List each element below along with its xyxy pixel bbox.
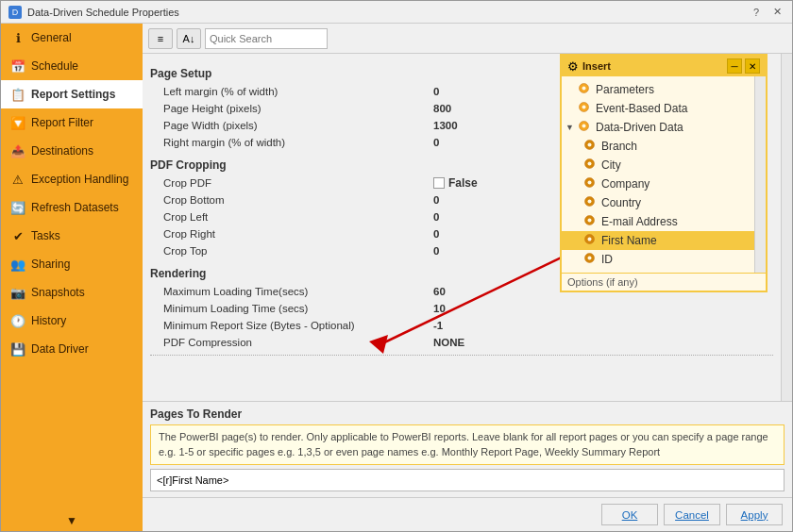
tree-item-icon	[583, 176, 596, 191]
sidebar-scroll-down[interactable]: ▼	[1, 510, 143, 531]
sidebar-icon-data-driver: 💾	[10, 341, 25, 357]
pages-input[interactable]	[150, 469, 785, 491]
prop-value: 0	[433, 245, 439, 257]
tree-item-icon	[583, 214, 596, 229]
pages-description: The PowerBI page(s) to render. Only appl…	[150, 424, 785, 465]
sidebar-item-sharing[interactable]: 👥Sharing	[1, 250, 143, 278]
insert-minimize-button[interactable]: ─	[727, 58, 742, 74]
properties-scroll[interactable]: Page SetupLeft margin (% of width)0Page …	[143, 54, 781, 401]
tree-item-label: Country	[601, 196, 641, 209]
sidebar-icon-refresh-datasets: 🔄	[10, 200, 25, 215]
dialog-title: Data-Driven Schedule Properties	[27, 7, 179, 18]
sidebar-item-report-filter[interactable]: 🔽Report Filter	[1, 108, 143, 137]
title-bar: D Data-Driven Schedule Properties ? ✕	[1, 1, 792, 24]
sidebar-item-general[interactable]: ℹGeneral	[1, 24, 143, 52]
tree-item-company[interactable]: Company	[562, 175, 766, 193]
tree-item-label: Data-Driven Data	[596, 121, 683, 134]
prop-value: 0	[433, 86, 439, 97]
close-button[interactable]: ✕	[769, 5, 785, 20]
sidebar-label-destinations: Destinations	[31, 144, 93, 158]
sidebar-item-data-driver[interactable]: 💾Data Driver	[1, 335, 143, 363]
prop-label: Crop Left	[150, 211, 433, 223]
svg-point-9	[588, 162, 592, 166]
tree-item-id[interactable]: ID	[562, 250, 766, 269]
tree-item-icon	[578, 101, 590, 116]
checkbox-icon[interactable]	[433, 177, 445, 189]
help-button[interactable]: ?	[749, 5, 764, 20]
svg-point-7	[588, 143, 592, 147]
svg-point-19	[588, 257, 592, 260]
svg-point-15	[588, 219, 592, 223]
tree-item-country[interactable]: Country	[562, 193, 766, 212]
tree-item-icon	[583, 252, 596, 267]
svg-point-1	[582, 87, 586, 91]
prop-value: False	[433, 176, 478, 190]
search-input[interactable]	[205, 28, 328, 49]
prop-row: Minimum Report Size (Bytes - Optional)-1	[150, 317, 773, 334]
title-bar-left: D Data-Driven Schedule Properties	[8, 6, 179, 19]
apply-button[interactable]: Apply	[726, 504, 783, 525]
prop-label: Right margin (% of width)	[150, 137, 433, 148]
sidebar-label-report-settings: Report Settings	[31, 88, 115, 101]
ok-button[interactable]: OK	[601, 504, 658, 525]
sidebar-label-schedule: Schedule	[31, 59, 78, 73]
tree-item-event-based-data[interactable]: Event-Based Data	[562, 99, 766, 118]
tree-item-branch[interactable]: Branch	[562, 137, 766, 156]
sidebar: ℹGeneral📅Schedule📋Report Settings🔽Report…	[1, 24, 143, 531]
prop-value: NONE	[433, 337, 464, 348]
title-controls: ? ✕	[749, 5, 785, 20]
tree-item-e-mail-address[interactable]: E-mail Address	[562, 212, 766, 231]
prop-value: 60	[433, 286, 446, 297]
toolbar-sort-button[interactable]: A↓	[177, 28, 201, 49]
tree-item-icon	[578, 82, 590, 97]
main-scrollbar[interactable]	[781, 54, 792, 401]
sidebar-item-report-settings[interactable]: 📋Report Settings	[1, 80, 143, 108]
tree-item-label: Branch	[601, 140, 637, 153]
sidebar-label-sharing: Sharing	[31, 258, 70, 271]
tree-item-city[interactable]: City	[562, 156, 766, 175]
prop-value: 0	[433, 194, 439, 206]
sidebar-item-snapshots[interactable]: 📷Snapshots	[1, 278, 143, 307]
toolbar-list-button[interactable]: ≡	[148, 28, 173, 49]
checkbox-label: False	[448, 176, 478, 190]
insert-scrollbar[interactable]	[754, 76, 766, 273]
sidebar-item-refresh-datasets[interactable]: 🔄Refresh Datasets	[1, 193, 143, 222]
prop-label: Page Width (pixels)	[150, 120, 433, 131]
tree-arrow-icon: ▼	[565, 123, 575, 132]
sidebar-icon-destinations: 📤	[10, 143, 25, 158]
prop-label: Minimum Loading Time (secs)	[150, 303, 433, 314]
dialog-icon: D	[8, 6, 22, 19]
tree-item-parameters[interactable]: Parameters	[562, 80, 766, 99]
svg-point-5	[582, 125, 586, 128]
prop-value: 0	[433, 211, 439, 223]
svg-point-11	[588, 181, 592, 185]
insert-close-button[interactable]: ✕	[745, 58, 760, 74]
sidebar-label-data-driver: Data Driver	[31, 342, 89, 356]
tree-item-label: Parameters	[596, 83, 654, 96]
sidebar-icon-general: ℹ	[10, 30, 25, 45]
cancel-button[interactable]: Cancel	[664, 504, 720, 525]
insert-popup: ⚙ Insert ─ ✕ ParametersEvent-Based Data▼…	[560, 54, 768, 292]
pages-to-render-section: Pages To Render The PowerBI page(s) to r…	[143, 401, 792, 497]
prop-row: Minimum Loading Time (secs)10	[150, 300, 773, 317]
tree-item-label: First Name	[601, 234, 657, 247]
prop-label: Page Height (pixels)	[150, 103, 433, 114]
tree-item-first-name[interactable]: First Name	[562, 231, 766, 250]
prop-label: Crop Top	[150, 245, 433, 257]
sidebar-item-history[interactable]: 🕐History	[1, 307, 143, 335]
sidebar-item-schedule[interactable]: 📅Schedule	[1, 52, 143, 80]
sidebar-icon-exception-handling: ⚠	[10, 172, 25, 187]
sidebar-item-destinations[interactable]: 📤Destinations	[1, 137, 143, 165]
sidebar-icon-sharing: 👥	[10, 257, 25, 272]
sidebar-item-tasks[interactable]: ✔Tasks	[1, 222, 143, 250]
tree-item-label: City	[601, 158, 621, 172]
sidebar-label-refresh-datasets: Refresh Datasets	[31, 201, 119, 214]
sidebar-item-exception-handling[interactable]: ⚠Exception Handling	[1, 165, 143, 193]
tree-item-data-driven-data[interactable]: ▼Data-Driven Data	[562, 118, 766, 137]
sidebar-icon-report-filter: 🔽	[10, 115, 25, 130]
tree-item-label: E-mail Address	[601, 215, 678, 228]
dialog-body: ℹGeneral📅Schedule📋Report Settings🔽Report…	[1, 24, 792, 531]
tree-item-icon	[583, 158, 596, 173]
prop-label: Crop Bottom	[150, 194, 433, 206]
sidebar-icon-report-settings: 📋	[10, 87, 25, 102]
